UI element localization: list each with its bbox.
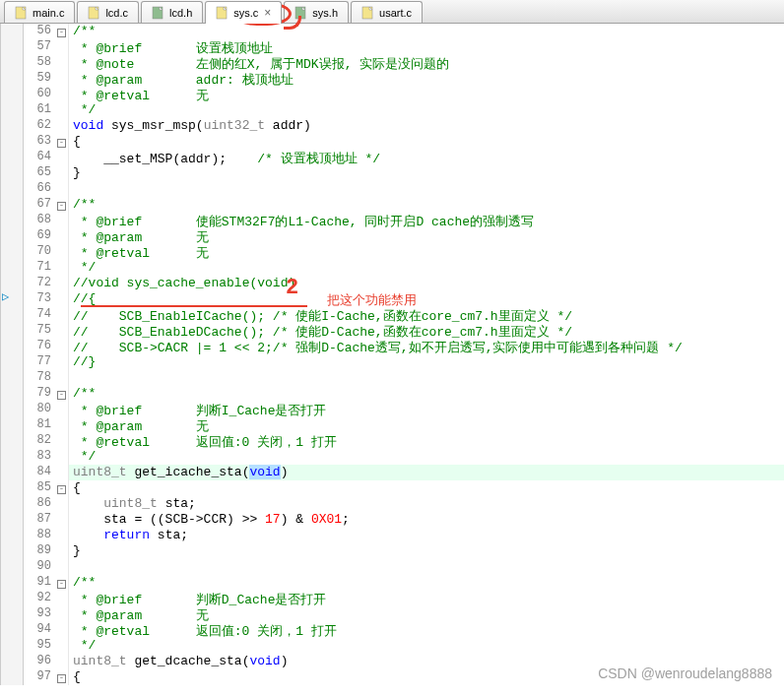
code-content[interactable]: { — [69, 134, 784, 150]
code-line[interactable]: 93 * @param 无 — [0, 606, 784, 622]
code-content[interactable]: */ — [69, 449, 784, 465]
fold-marker[interactable]: - — [55, 669, 69, 685]
code-line[interactable]: 67-/** — [0, 197, 784, 213]
code-line[interactable]: 90 — [0, 559, 784, 575]
code-content[interactable]: * @brief 使能STM32F7的L1-Cache, 同时开启D cache… — [69, 213, 784, 228]
code-line[interactable]: 78 — [0, 370, 784, 386]
code-content[interactable]: * @note 左侧的红X, 属于MDK误报, 实际是没问题的 — [69, 55, 784, 71]
code-content[interactable]: { — [69, 480, 784, 496]
code-content[interactable]: /** — [69, 24, 784, 39]
code-content[interactable]: * @retval 返回值:0 关闭，1 打开 — [69, 433, 784, 449]
code-content[interactable]: // SCB_EnableICache(); /* 使能I-Cache,函数在c… — [69, 307, 784, 323]
code-line[interactable]: 63-{ — [0, 134, 784, 150]
code-line[interactable]: 82 * @retval 返回值:0 关闭，1 打开 — [0, 433, 784, 449]
code-content[interactable]: */ — [69, 638, 784, 654]
code-line[interactable]: 91-/** — [0, 575, 784, 591]
fold-marker[interactable]: - — [55, 197, 69, 213]
tab-lcd-h[interactable]: lcd.h — [141, 1, 203, 23]
tab-sys-c[interactable]: sys.c× — [205, 1, 282, 24]
code-content[interactable]: * @retval 返回值:0 关闭，1 打开 — [69, 622, 784, 638]
code-content[interactable]: return sta; — [69, 528, 784, 543]
code-content[interactable]: { — [69, 669, 784, 685]
code-content[interactable]: /** — [69, 386, 784, 402]
fold-marker[interactable]: - — [55, 575, 69, 591]
code-content[interactable] — [69, 370, 784, 386]
code-content[interactable]: /** — [69, 197, 784, 213]
line-number: 76 — [24, 339, 55, 354]
code-line[interactable]: 73//{ — [0, 291, 784, 307]
code-content[interactable] — [69, 181, 784, 197]
code-line[interactable]: 83 */ — [0, 449, 784, 465]
code-content[interactable]: uint8_t get_icache_sta(void) — [69, 465, 784, 480]
code-content[interactable]: void sys_msr_msp(uint32_t addr) — [69, 118, 784, 134]
code-content[interactable]: uint8_t sta; — [69, 496, 784, 512]
code-line[interactable]: 95 */ — [0, 638, 784, 654]
code-line[interactable]: 62void sys_msr_msp(uint32_t addr) — [0, 118, 784, 134]
code-line[interactable]: 74// SCB_EnableICache(); /* 使能I-Cache,函数… — [0, 307, 784, 323]
code-line[interactable]: 86 uint8_t sta; — [0, 496, 784, 512]
tab-usart-c[interactable]: usart.c — [351, 1, 423, 23]
code-line[interactable]: 87 sta = ((SCB->CCR) >> 17) & 0X01; — [0, 512, 784, 528]
tab-sys-h[interactable]: sys.h — [284, 1, 349, 23]
fold-marker[interactable]: - — [55, 386, 69, 402]
code-line[interactable]: 89} — [0, 543, 784, 559]
code-line[interactable]: 94 * @retval 返回值:0 关闭，1 打开 — [0, 622, 784, 638]
code-content[interactable]: } — [69, 543, 784, 559]
code-content[interactable]: //void sys_cache_enable(void) — [69, 276, 784, 291]
tab-main-c[interactable]: main.c — [4, 1, 75, 23]
code-line[interactable]: 80 * @brief 判断I_Cache是否打开 — [0, 402, 784, 417]
code-line[interactable]: 68 * @brief 使能STM32F7的L1-Cache, 同时开启D ca… — [0, 213, 784, 228]
code-content[interactable]: uint8_t get_dcache_sta(void) — [69, 654, 784, 669]
code-line[interactable]: 58 * @note 左侧的红X, 属于MDK误报, 实际是没问题的 — [0, 55, 784, 71]
code-content[interactable]: // SCB_EnableDCache(); /* 使能D-Cache,函数在c… — [69, 323, 784, 339]
code-content[interactable] — [69, 559, 784, 575]
code-line[interactable]: 60 * @retval 无 — [0, 87, 784, 102]
code-line[interactable]: 64 __set_MSP(addr); /* 设置栈顶地址 */ — [0, 150, 784, 165]
code-line[interactable]: 88 return sta; — [0, 528, 784, 543]
code-editor[interactable]: 56-/**57 * @brief 设置栈顶地址58 * @note 左侧的红X… — [0, 24, 784, 697]
code-content[interactable]: * @brief 判断I_Cache是否打开 — [69, 402, 784, 417]
code-line[interactable]: 69 * @param 无 — [0, 228, 784, 244]
code-line[interactable]: 79-/** — [0, 386, 784, 402]
code-line[interactable]: 84uint8_t get_icache_sta(void) — [0, 465, 784, 480]
code-line[interactable]: 59 * @param addr: 栈顶地址 — [0, 71, 784, 87]
code-content[interactable]: */ — [69, 102, 784, 118]
code-line[interactable]: 77//} — [0, 354, 784, 370]
code-content[interactable]: } — [69, 165, 784, 181]
code-content[interactable]: * @param addr: 栈顶地址 — [69, 71, 784, 87]
code-line[interactable]: 66 — [0, 181, 784, 197]
code-line[interactable]: 75// SCB_EnableDCache(); /* 使能D-Cache,函数… — [0, 323, 784, 339]
code-line[interactable]: 56-/** — [0, 24, 784, 39]
code-content[interactable]: * @brief 判断D_Cache是否打开 — [69, 591, 784, 606]
tab-lcd-c[interactable]: lcd.c — [77, 1, 139, 23]
code-line[interactable]: 71 */ — [0, 260, 784, 276]
code-content[interactable]: //} — [69, 354, 784, 370]
code-line[interactable]: 76// SCB->CACR |= 1 << 2;/* 强制D-Cache透写,… — [0, 339, 784, 354]
code-content[interactable]: * @param 无 — [69, 228, 784, 244]
code-line[interactable]: 81 * @param 无 — [0, 417, 784, 433]
code-content[interactable]: * @brief 设置栈顶地址 — [69, 39, 784, 55]
code-content[interactable]: * @retval 无 — [69, 87, 784, 102]
code-line[interactable]: 72//void sys_cache_enable(void) — [0, 276, 784, 291]
code-line[interactable]: 96uint8_t get_dcache_sta(void) — [0, 654, 784, 669]
code-content[interactable]: * @param 无 — [69, 417, 784, 433]
fold-marker[interactable]: - — [55, 480, 69, 496]
code-content[interactable]: */ — [69, 260, 784, 276]
code-content[interactable]: sta = ((SCB->CCR) >> 17) & 0X01; — [69, 512, 784, 528]
code-content[interactable]: * @param 无 — [69, 606, 784, 622]
code-line[interactable]: 85-{ — [0, 480, 784, 496]
code-line[interactable]: 57 * @brief 设置栈顶地址 — [0, 39, 784, 55]
code-line[interactable]: 97-{ — [0, 669, 784, 685]
code-content[interactable]: //{ — [69, 291, 784, 307]
code-content[interactable]: // SCB->CACR |= 1 << 2;/* 强制D-Cache透写,如不… — [69, 339, 784, 354]
fold-marker[interactable]: - — [55, 134, 69, 150]
code-line[interactable]: 92 * @brief 判断D_Cache是否打开 — [0, 591, 784, 606]
code-content[interactable]: /** — [69, 575, 784, 591]
fold-marker[interactable]: - — [55, 24, 69, 39]
code-content[interactable]: * @retval 无 — [69, 244, 784, 260]
close-icon[interactable]: × — [264, 6, 271, 20]
code-line[interactable]: 70 * @retval 无 — [0, 244, 784, 260]
code-content[interactable]: __set_MSP(addr); /* 设置栈顶地址 */ — [69, 150, 784, 165]
code-line[interactable]: 65} — [0, 165, 784, 181]
code-line[interactable]: 61 */ — [0, 102, 784, 118]
